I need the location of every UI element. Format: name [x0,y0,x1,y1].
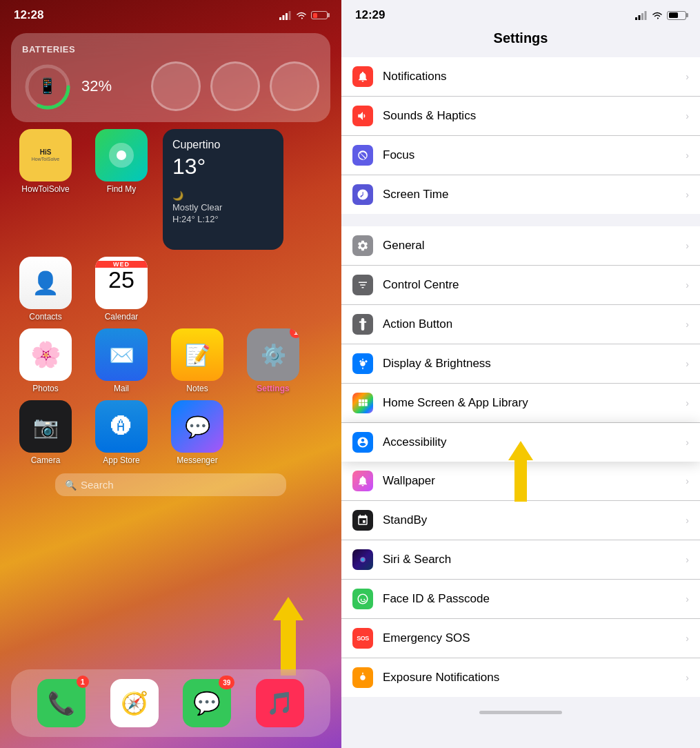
svg-rect-10 [361,318,365,331]
weather-widget[interactable]: Cupertino 13° 🌙 Mostly Clear H:24° L:12° [163,129,283,250]
signal-icon-right [635,11,648,20]
app-notes[interactable]: 📝 Notes [163,328,232,393]
app-settings[interactable]: ⚙️ 1 Settings [239,328,308,393]
settings-row-emergency[interactable]: SOS Emergency SOS › [341,619,700,658]
battery-phone-icon: 📱 [38,77,57,95]
settings-row-notifications[interactable]: Notifications › [341,57,700,97]
home-indicator [341,704,700,718]
app-row-1: HiS HowToiSolve HowToiSolve Find My Cupe… [11,129,330,250]
settings-title: Settings [341,22,700,52]
settings-row-screentime[interactable]: Screen Time › [341,175,700,214]
notifications-icon [352,66,373,87]
settings-row-control[interactable]: Control Centre › [341,266,700,305]
accessibility-row-wrapper: Accessibility › [341,423,700,462]
battery-percent-text: 32% [81,77,141,95]
search-icon: 🔍 [65,480,77,491]
dock: 📞 1 🧭 💬 39 🎵 [11,669,330,737]
battery-icon-left [311,11,328,19]
action-icon [352,314,373,335]
dock-music[interactable]: 🎵 [256,679,304,727]
chevron-focus: › [686,150,689,161]
status-icons-left [279,11,328,20]
wallpaper-icon [352,471,373,491]
status-icons-right [635,11,686,20]
settings-row-sounds[interactable]: Sounds & Haptics › [341,97,700,136]
chevron-sounds: › [686,110,689,121]
time-right: 12:29 [355,8,385,22]
svg-rect-6 [635,17,637,20]
app-appstore[interactable]: 🅐 App Store [87,400,156,465]
phone-badge: 1 [77,676,89,688]
chevron-wallpaper: › [686,475,689,486]
chevron-notifications: › [686,71,689,82]
homescreen-icon [352,393,373,413]
chevron-siri: › [686,554,689,565]
app-mail[interactable]: ✉️ Mail [87,328,156,393]
svg-rect-9 [645,11,647,20]
dock-safari[interactable]: 🧭 [110,679,159,727]
chevron-control: › [686,279,689,291]
chevron-exposure: › [686,672,689,683]
chevron-display: › [686,358,689,369]
settings-row-action[interactable]: Action Button › [341,305,700,344]
search-placeholder: Search [81,479,114,491]
chevron-homescreen: › [686,397,689,409]
app-row-3: 🌸 Photos ✉️ Mail 📝 Notes ⚙️ 1 [11,328,330,393]
app-contacts[interactable]: 👤 Contacts [11,257,80,322]
settings-row-focus[interactable]: Focus › [341,136,700,175]
wifi-icon-right [652,11,663,20]
emergency-icon: SOS [352,628,373,649]
settings-section-1: Notifications › Sounds & Haptics › Focus… [341,57,700,214]
settings-row-exposure[interactable]: Exposure Notifications › [341,658,700,697]
svg-rect-3 [289,11,291,20]
arrow-head [273,597,303,620]
signal-icon [279,11,292,20]
dock-messages[interactable]: 💬 39 [183,679,231,727]
screentime-icon [352,184,373,205]
battery-circles: 📱 32% [22,61,319,111]
general-icon [352,235,373,256]
app-calendar[interactable]: WED 25 Calendar [87,257,156,322]
battery-widget-title: Batteries [22,44,319,55]
chevron-general: › [686,240,689,251]
battery-icon-right [667,11,686,20]
display-icon [352,353,373,374]
battery-circle-main: 📱 [22,61,72,111]
spacer-2 [341,221,700,226]
settings-row-siri[interactable]: Siri & Search › [341,540,700,580]
standby-icon [352,510,373,531]
settings-panel: 12:29 Settings [341,0,700,748]
wifi-icon [296,11,307,20]
settings-badge: 1 [290,328,299,338]
settings-section-2: General › Control Centre › Action Button… [341,226,700,697]
app-camera[interactable]: 📷 Camera [11,400,80,465]
app-row-4: 📷 Camera 🅐 App Store 💬 Messenger [11,400,330,465]
settings-row-accessibility[interactable]: Accessibility › [341,423,700,462]
settings-row-faceid[interactable]: Face ID & Passcode › [341,580,700,619]
settings-row-general[interactable]: General › [341,226,700,266]
app-findmy[interactable]: Find My [87,129,156,250]
svg-rect-11 [359,322,367,323]
focus-icon [352,145,373,166]
battery-widget: Batteries 📱 32% [11,33,330,122]
arrow-shaft [281,620,296,676]
svg-rect-7 [639,15,641,20]
battery-circle-empty-1 [151,61,201,111]
app-howtoisolve[interactable]: HiS HowToiSolve HowToiSolve [11,129,80,250]
control-icon [352,275,373,295]
exposure-icon [352,667,373,688]
settings-row-standby[interactable]: StandBy › [341,501,700,540]
battery-circle-empty-3 [270,61,319,111]
app-photos[interactable]: 🌸 Photos [11,328,80,393]
search-bar[interactable]: 🔍 Search [55,473,286,496]
settings-row-wallpaper[interactable]: Wallpaper › [341,462,700,501]
settings-row-homescreen[interactable]: Home Screen & App Library › [341,384,700,423]
sounds-icon [352,106,373,126]
home-screen: 12:28 Batt [0,0,341,748]
app-messenger[interactable]: 💬 Messenger [163,400,232,465]
siri-icon [352,549,373,570]
dock-phone[interactable]: 📞 1 [37,679,86,727]
settings-list: Notifications › Sounds & Haptics › Focus… [341,52,700,748]
settings-row-display[interactable]: Display & Brightness › [341,344,700,384]
home-indicator-bar [479,711,562,714]
